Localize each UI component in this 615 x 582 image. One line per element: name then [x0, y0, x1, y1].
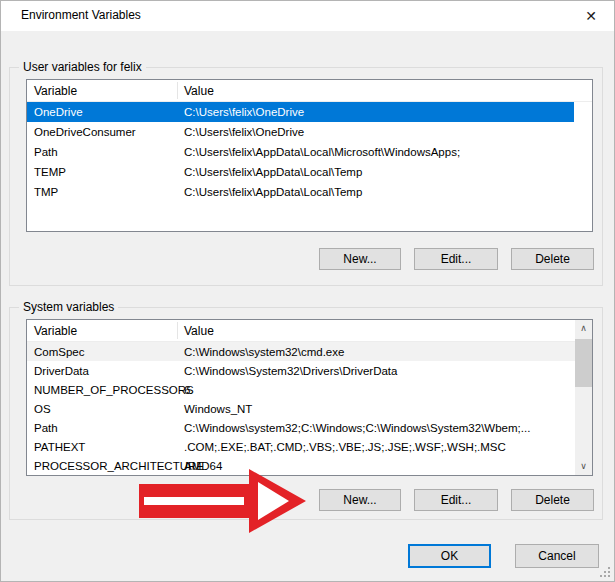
vertical-scrollbar[interactable]: ∧ ∨ — [575, 320, 592, 475]
cell-value: C:\Users\felix\AppData\Local\Temp — [184, 166, 362, 178]
scrollbar-thumb[interactable] — [575, 339, 592, 387]
cell-value: AMD64 — [184, 460, 222, 472]
system-list-header: Variable Value — [27, 320, 592, 342]
user-new-button[interactable]: New... — [319, 248, 401, 270]
table-row[interactable]: PATHEXT .COM;.EXE;.BAT;.CMD;.VBS;.VBE;.J… — [27, 437, 575, 456]
cell-value: 6 — [184, 384, 190, 396]
cell-variable: Path — [34, 146, 58, 158]
system-edit-button[interactable]: Edit... — [414, 489, 498, 511]
table-row[interactable]: NUMBER_OF_PROCESSORS 6 — [27, 380, 575, 399]
table-row[interactable]: Path C:\Users\felix\AppData\Local\Micros… — [27, 142, 574, 162]
column-header-value[interactable]: Value — [184, 324, 214, 338]
cell-variable: ComSpec — [34, 346, 85, 358]
scroll-up-icon[interactable]: ∧ — [575, 320, 592, 337]
column-divider[interactable] — [177, 82, 178, 99]
column-header-value[interactable]: Value — [184, 84, 214, 98]
cell-value: Windows_NT — [184, 403, 252, 415]
cell-variable: Path — [34, 422, 58, 434]
scroll-down-icon[interactable]: ∨ — [575, 458, 592, 475]
system-new-button[interactable]: New... — [319, 489, 401, 511]
cell-value: C:\Windows\system32;C:\Windows;C:\Window… — [184, 422, 530, 434]
table-row[interactable]: OneDrive C:\Users\felix\OneDrive — [27, 102, 574, 122]
table-row[interactable]: PROCESSOR_ARCHITECTURE AMD64 — [27, 456, 575, 475]
table-row[interactable]: OneDriveConsumer C:\Users\felix\OneDrive — [27, 122, 574, 142]
system-delete-button[interactable]: Delete — [511, 489, 594, 511]
close-icon[interactable]: ✕ — [576, 4, 606, 28]
cell-variable: OS — [34, 403, 51, 415]
window-title: Environment Variables — [21, 8, 141, 22]
user-delete-button[interactable]: Delete — [511, 248, 594, 270]
user-variables-list: Variable Value OneDrive C:\Users\felix\O… — [26, 79, 593, 232]
user-variables-label: User variables for felix — [19, 60, 146, 74]
user-list-header: Variable Value — [27, 80, 592, 102]
table-row[interactable]: DriverData C:\Windows\System32\Drivers\D… — [27, 361, 575, 380]
column-divider[interactable] — [177, 322, 178, 339]
column-header-variable[interactable]: Variable — [34, 84, 77, 98]
cell-value: C:\Windows\System32\Drivers\DriverData — [184, 365, 397, 377]
resize-grip-icon[interactable] — [598, 565, 611, 578]
cell-variable: OneDriveConsumer — [34, 126, 136, 138]
cell-value: C:\Users\felix\OneDrive — [184, 126, 304, 138]
system-variables-list: Variable Value ComSpec C:\Windows\system… — [26, 319, 593, 476]
table-row[interactable]: TMP C:\Users\felix\AppData\Local\Temp — [27, 182, 574, 202]
environment-variables-dialog: Environment Variables ✕ User variables f… — [0, 0, 615, 582]
cell-variable: TEMP — [34, 166, 66, 178]
cell-variable: PROCESSOR_ARCHITECTURE — [34, 460, 204, 472]
cell-variable: PATHEXT — [34, 441, 85, 453]
cancel-button[interactable]: Cancel — [515, 544, 599, 568]
cell-value: C:\Users\felix\AppData\Local\Microsoft\W… — [184, 146, 460, 158]
table-row[interactable]: TEMP C:\Users\felix\AppData\Local\Temp — [27, 162, 574, 182]
user-edit-button[interactable]: Edit... — [414, 248, 498, 270]
cell-value: C:\Users\felix\OneDrive — [184, 106, 304, 118]
cell-variable: NUMBER_OF_PROCESSORS — [34, 384, 194, 396]
column-header-variable[interactable]: Variable — [34, 324, 77, 338]
ok-button[interactable]: OK — [408, 544, 491, 568]
table-row[interactable]: Path C:\Windows\system32;C:\Windows;C:\W… — [27, 418, 575, 437]
cell-variable: DriverData — [34, 365, 89, 377]
table-row[interactable]: OS Windows_NT — [27, 399, 575, 418]
titlebar: Environment Variables ✕ — [1, 1, 614, 31]
cell-value: C:\Users\felix\AppData\Local\Temp — [184, 186, 362, 198]
cell-value: C:\Windows\system32\cmd.exe — [184, 346, 344, 358]
cell-variable: TMP — [34, 186, 58, 198]
system-variables-label: System variables — [19, 300, 118, 314]
cell-variable: OneDrive — [34, 106, 83, 118]
cell-value: .COM;.EXE;.BAT;.CMD;.VBS;.VBE;.JS;.JSE;.… — [184, 441, 506, 453]
table-row[interactable]: ComSpec C:\Windows\system32\cmd.exe — [27, 342, 575, 361]
